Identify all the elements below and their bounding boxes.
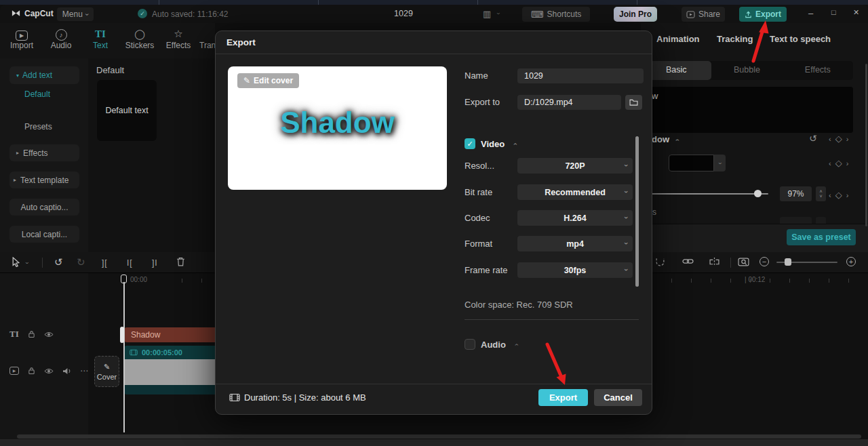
join-pro-button[interactable]: Join Pro bbox=[614, 7, 657, 22]
undo-icon[interactable]: ↺ bbox=[54, 256, 63, 268]
delete-right-icon[interactable]: ]I bbox=[152, 258, 158, 268]
browse-folder-button[interactable] bbox=[625, 95, 642, 110]
add-keyframe-icon[interactable]: ◇ bbox=[835, 158, 842, 168]
browser-tab[interactable]: 2237 - how to make font trans... ✕ bbox=[478, 0, 637, 5]
edit-cover-button[interactable]: ✎ Edit cover bbox=[237, 73, 299, 88]
tab-audio[interactable]: ♪ Audio bbox=[41, 27, 81, 50]
name-input[interactable] bbox=[517, 68, 644, 83]
stepper-down-icon[interactable]: ˅ bbox=[819, 194, 822, 199]
playhead-line[interactable] bbox=[123, 282, 125, 432]
zoom-out-icon[interactable]: − bbox=[760, 257, 769, 266]
text-content-box[interactable]: w bbox=[641, 87, 853, 133]
split-icon[interactable]: ][ bbox=[102, 258, 108, 268]
timeline-scrollbar[interactable] bbox=[17, 434, 861, 439]
select-pointer-icon[interactable] bbox=[12, 257, 20, 267]
collapse-caret-icon[interactable]: › bbox=[513, 344, 520, 346]
tab-transitions-partial[interactable]: Tran bbox=[199, 27, 216, 50]
prev-keyframe-icon[interactable]: ‹ bbox=[829, 135, 831, 143]
subtab-effects[interactable]: Effects bbox=[783, 61, 853, 80]
prev-keyframe-icon[interactable]: ‹ bbox=[829, 159, 831, 167]
maximize-icon[interactable]: □ bbox=[831, 8, 836, 16]
color-dropdown-button[interactable]: › bbox=[714, 155, 726, 171]
track-header-column bbox=[0, 273, 88, 439]
opacity-slider-track[interactable] bbox=[641, 193, 768, 195]
share-button[interactable]: Share bbox=[682, 7, 725, 22]
shadow-section-header[interactable]: dow › bbox=[652, 134, 678, 144]
cancel-button[interactable]: Cancel bbox=[594, 389, 642, 406]
dialog-scrollbar[interactable] bbox=[635, 136, 639, 287]
redo-icon[interactable]: ↻ bbox=[77, 256, 85, 268]
timeline-preview-icon[interactable] bbox=[738, 258, 749, 266]
timeline-zoom-handle[interactable] bbox=[785, 258, 791, 266]
codec-dropdown[interactable]: H.264› bbox=[517, 210, 633, 226]
lock-icon[interactable] bbox=[28, 367, 35, 375]
opacity-slider-handle[interactable] bbox=[754, 190, 762, 197]
tab-text-to-speech[interactable]: Text to speech bbox=[770, 34, 831, 44]
bitrate-dropdown[interactable]: Recommended› bbox=[517, 184, 633, 200]
tab-import[interactable]: ▶ Import bbox=[2, 27, 41, 50]
link-icon[interactable] bbox=[682, 258, 694, 264]
shadow-color-swatch[interactable] bbox=[669, 155, 714, 171]
sidebar-item-local-captions[interactable]: Local capti... bbox=[9, 226, 79, 243]
resolution-dropdown[interactable]: 720P› bbox=[517, 158, 633, 174]
eye-icon[interactable] bbox=[44, 368, 54, 374]
delete-left-icon[interactable]: I[ bbox=[127, 258, 133, 268]
layout-chevron-icon[interactable]: › bbox=[495, 13, 502, 15]
speaker-icon[interactable] bbox=[62, 367, 71, 375]
next-keyframe-icon[interactable]: › bbox=[846, 191, 849, 199]
sidebar-item-presets[interactable]: Presets bbox=[24, 122, 52, 131]
tab-stickers[interactable]: ◯ Stickers bbox=[120, 27, 159, 50]
cover-button[interactable]: ✎ Cover bbox=[94, 356, 119, 387]
close-icon[interactable]: ✕ bbox=[853, 8, 859, 17]
stepper-up-icon[interactable]: ˄ bbox=[819, 189, 822, 194]
tab-effects[interactable]: ☆ Effects bbox=[159, 27, 198, 50]
browser-tab[interactable]: 2239 - font shadow photoshop... ✕ bbox=[319, 0, 478, 5]
eye-icon[interactable] bbox=[44, 331, 54, 338]
sidebar-item-default[interactable]: Default bbox=[24, 87, 50, 102]
keyframe-controls: ‹ ◇ › bbox=[829, 134, 848, 144]
zoom-in-icon[interactable]: + bbox=[846, 257, 856, 266]
capcut-logo-icon bbox=[11, 9, 21, 18]
save-as-preset-button[interactable]: Save as preset bbox=[787, 229, 856, 245]
next-keyframe-icon[interactable]: › bbox=[846, 159, 849, 167]
browser-tab[interactable]: All writer sheets - Google Shee... ✕ bbox=[0, 0, 159, 5]
sidebar-item-text-template[interactable]: ▸ Text template bbox=[9, 171, 79, 188]
collapse-caret-icon[interactable]: › bbox=[511, 143, 519, 145]
sidebar-item-auto-captions[interactable]: Auto captio... bbox=[9, 199, 79, 216]
reset-icon[interactable]: ↺ bbox=[809, 133, 817, 144]
opacity-stepper[interactable]: ˄ ˅ bbox=[816, 186, 826, 201]
pointer-mode-chevron-icon[interactable]: › bbox=[24, 262, 31, 264]
menu-button[interactable]: Menu › bbox=[57, 7, 94, 21]
next-keyframe-icon[interactable]: › bbox=[846, 135, 849, 143]
format-dropdown[interactable]: mp4› bbox=[517, 236, 633, 251]
mirror-split-icon[interactable] bbox=[709, 258, 719, 266]
more-icon[interactable]: ⋯ bbox=[80, 366, 88, 376]
framerate-dropdown[interactable]: 30fps› bbox=[517, 262, 633, 278]
trash-icon[interactable] bbox=[176, 257, 185, 266]
sidebar-item-add-text[interactable]: ▾ Add text bbox=[9, 66, 79, 84]
sidebar-item-effects[interactable]: ▸ Effects bbox=[9, 144, 79, 161]
lock-icon[interactable] bbox=[28, 330, 35, 338]
shortcuts-button[interactable]: ⌨ Shortcuts bbox=[522, 7, 590, 22]
chevron-down-icon: › bbox=[623, 216, 631, 219]
add-keyframe-icon[interactable]: ◇ bbox=[835, 190, 842, 200]
video-checkbox[interactable]: ✓ bbox=[465, 138, 475, 149]
new-tab-button[interactable]: + bbox=[637, 0, 665, 5]
default-text-card[interactable]: Default text bbox=[97, 80, 157, 141]
titlebar: CapCut Menu › ✓ Auto saved: 11:16:42 102… bbox=[0, 5, 868, 23]
opacity-value-box[interactable]: 97% bbox=[780, 186, 812, 201]
export-path-input[interactable] bbox=[517, 95, 621, 110]
layout-icon[interactable]: ▥ bbox=[483, 9, 491, 19]
tab-text-active[interactable]: TI Text bbox=[81, 27, 120, 50]
add-keyframe-icon[interactable]: ◇ bbox=[835, 134, 842, 144]
browser-tab[interactable]: Alfa - Falshil Docs ✕ bbox=[159, 0, 319, 5]
project-title: 1029 bbox=[380, 9, 427, 18]
minimize-icon[interactable]: – bbox=[808, 8, 813, 18]
prev-keyframe-icon[interactable]: ‹ bbox=[829, 191, 831, 199]
tab-animation[interactable]: Animation bbox=[656, 34, 700, 44]
inspector-scrollbar[interactable] bbox=[865, 64, 867, 226]
audio-checkbox[interactable] bbox=[465, 339, 475, 350]
magnet-icon[interactable] bbox=[655, 258, 665, 266]
capcut-logo-text: CapCut bbox=[24, 9, 54, 18]
clip-trim-handle[interactable] bbox=[120, 327, 124, 343]
